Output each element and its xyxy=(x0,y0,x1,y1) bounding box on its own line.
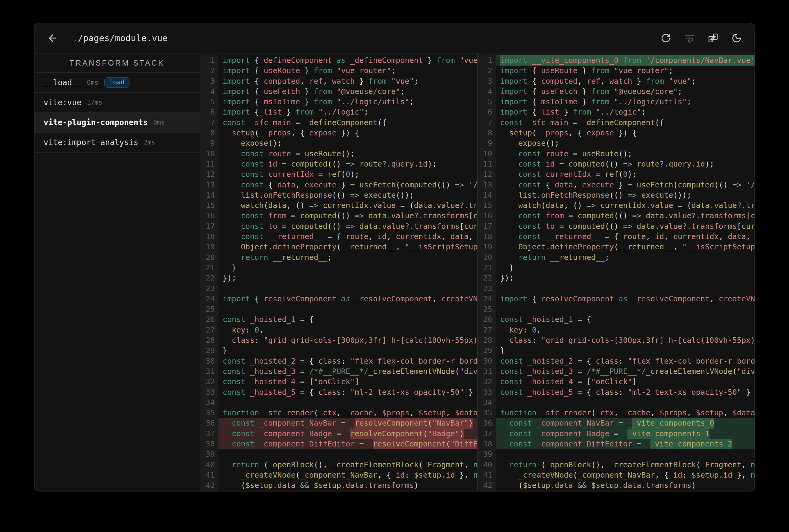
code-line: 27 key: 0, xyxy=(478,325,754,335)
line-number: 32 xyxy=(200,377,218,387)
code-line: 30const _hoisted_2 = { class: "flex flex… xyxy=(200,356,477,366)
code-line: 5import { msToTime } from "../logic/util… xyxy=(200,97,477,107)
line-number: 4 xyxy=(478,87,496,97)
code-text: key: 0, xyxy=(218,325,477,335)
code-text: _createVNode(_component_NavBar, { id: $s… xyxy=(496,470,754,480)
code-text xyxy=(218,304,477,315)
code-line: 6import { list } from "../logic"; xyxy=(478,107,754,117)
code-line: 2import { useRoute } from "vue-router"; xyxy=(478,65,754,76)
code-line: 18 const __returned__ = { route, id, cur… xyxy=(200,231,477,242)
code-line: 11 const id = computed(() => route?.quer… xyxy=(478,159,754,169)
code-line: 3import { computed, ref, watch } from "v… xyxy=(478,76,754,87)
code-line: 12 const currentIdx = ref(0); xyxy=(200,169,477,179)
code-line: 39 xyxy=(200,449,477,459)
transform-stack-sidebar: TRANSFORM STACK __load__0msloadvite:vue1… xyxy=(35,54,200,491)
line-number: 16 xyxy=(200,211,218,221)
code-text: function _sfc_render(_ctx, _cache, $prop… xyxy=(496,408,754,418)
side-by-side-diff-button[interactable] xyxy=(707,32,719,44)
dark-mode-moon-icon xyxy=(732,33,742,43)
line-number: 33 xyxy=(200,387,218,398)
code-line: 32const _hoisted_4 = ["onClick"] xyxy=(478,377,754,387)
code-text: const __returned__ = { route, id, curren… xyxy=(218,231,477,242)
code-line: 15 watch(data, () => currentIdx.value = … xyxy=(200,201,477,211)
line-number: 5 xyxy=(478,97,496,107)
line-number: 26 xyxy=(478,315,496,325)
code-text: import { list } from "../logic"; xyxy=(496,107,754,117)
code-line: 19 Object.defineProperty(__returned__, "… xyxy=(478,242,754,252)
transform-stack-item[interactable]: vite:import-analysis2ms xyxy=(35,133,200,153)
code-text: import { computed, ref, watch } from "vu… xyxy=(218,76,477,87)
line-number: 5 xyxy=(200,97,218,107)
title-bar: ./pages/module.vue xyxy=(35,23,754,54)
code-text: const route = useRoute(); xyxy=(496,149,754,159)
code-text: import { resolveComponent as _resolveCom… xyxy=(218,294,477,304)
code-line: 17 const to = computed(() => data.value?… xyxy=(200,221,477,231)
line-number: 16 xyxy=(478,211,496,221)
line-number: 35 xyxy=(200,408,218,418)
line-number: 17 xyxy=(478,221,496,231)
line-number: 40 xyxy=(200,460,218,470)
line-number: 36 xyxy=(478,418,496,428)
code-text: import { resolveComponent as _resolveCom… xyxy=(496,294,754,304)
code-line: 42 ($setup.data && $setup.data.transform… xyxy=(200,480,477,491)
code-line: 4import { useFetch } from "@vueuse/core"… xyxy=(200,87,477,97)
transform-stack-item[interactable]: vite:vue17ms xyxy=(35,93,200,113)
code-text: ($setup.data && $setup.data.transforms) xyxy=(496,480,754,491)
code-line: 37 const _component_Badge = __vite_compo… xyxy=(478,429,754,439)
transform-stack-item[interactable]: __load__0msload xyxy=(35,73,200,93)
diff-editor: 1import { defineComponent as _defineComp… xyxy=(200,54,754,491)
code-text: const _hoisted_2 = { class: "flex flex-c… xyxy=(218,356,477,366)
line-number: 14 xyxy=(478,190,496,201)
diff-pane-after[interactable]: 1import __vite_components_0 from '/compo… xyxy=(478,54,754,491)
code-text: const route = useRoute(); xyxy=(218,149,477,159)
code-line: 9 expose(); xyxy=(478,138,754,148)
code-text: import { list } from "../logic"; xyxy=(218,107,477,117)
code-text: class: "grid grid-cols-[300px,3fr] h-[ca… xyxy=(218,335,477,345)
code-text: const _hoisted_3 = /*#__PURE__*/_createE… xyxy=(496,366,754,377)
code-line: 33const _hoisted_5 = { class: "ml-2 text… xyxy=(200,387,477,398)
code-text xyxy=(218,284,477,294)
code-text: const _component_Badge = _resolveCompone… xyxy=(218,429,477,439)
line-wrap-button[interactable] xyxy=(684,32,695,44)
title-path: /pages/module.vue xyxy=(78,33,168,43)
code-line: 41 _createVNode(_component_NavBar, { id:… xyxy=(200,470,477,480)
transform-stack-item[interactable]: vite-plugin-components0ms xyxy=(35,113,200,133)
code-line: 5import { msToTime } from "../logic/util… xyxy=(478,97,754,107)
code-text: const _hoisted_4 = ["onClick"] xyxy=(496,377,754,387)
code-text: const from = computed(() => data.value?.… xyxy=(218,211,477,221)
code-text: return __returned__; xyxy=(496,252,754,263)
line-number: 38 xyxy=(200,439,218,449)
code-line: 29} xyxy=(478,345,754,356)
code-text xyxy=(496,449,754,459)
code-line: 35function _sfc_render(_ctx, _cache, $pr… xyxy=(200,408,477,418)
code-text: const _component_NavBar = __vite_compone… xyxy=(496,418,754,428)
code-text: const _component_NavBar = _resolveCompon… xyxy=(218,418,477,428)
code-line: 35function _sfc_render(_ctx, _cache, $pr… xyxy=(478,408,754,418)
line-number: 12 xyxy=(478,169,496,179)
line-number: 4 xyxy=(200,87,218,97)
diff-pane-before[interactable]: 1import { defineComponent as _defineComp… xyxy=(200,54,477,491)
main-content: TRANSFORM STACK __load__0msloadvite:vue1… xyxy=(35,54,754,491)
code-line: 37 const _component_Badge = _resolveComp… xyxy=(200,429,477,439)
line-number: 22 xyxy=(200,273,218,283)
line-number: 37 xyxy=(200,429,218,439)
line-number: 6 xyxy=(200,107,218,117)
code-text: return __returned__; xyxy=(218,252,477,263)
code-text: const _hoisted_1 = { xyxy=(496,315,754,325)
back-button[interactable] xyxy=(47,32,59,44)
load-badge: load xyxy=(104,77,129,88)
line-number: 27 xyxy=(200,325,218,335)
code-line: 33const _hoisted_5 = { class: "ml-2 text… xyxy=(478,387,754,398)
line-number: 25 xyxy=(478,304,496,315)
code-line: 41 _createVNode(_component_NavBar, { id:… xyxy=(478,470,754,480)
plugin-time: 0ms xyxy=(87,79,98,86)
dark-mode-button[interactable] xyxy=(731,32,742,44)
code-text: const _hoisted_5 = { class: "ml-2 text-x… xyxy=(218,387,477,398)
code-line: 2import { useRoute } from "vue-router"; xyxy=(200,65,477,76)
line-number: 28 xyxy=(200,335,218,345)
line-number: 2 xyxy=(200,65,218,76)
refresh-button[interactable] xyxy=(660,32,672,44)
code-text xyxy=(496,284,754,294)
code-text: const _sfc_main = _defineComponent({ xyxy=(496,118,754,128)
line-number: 33 xyxy=(478,387,496,398)
